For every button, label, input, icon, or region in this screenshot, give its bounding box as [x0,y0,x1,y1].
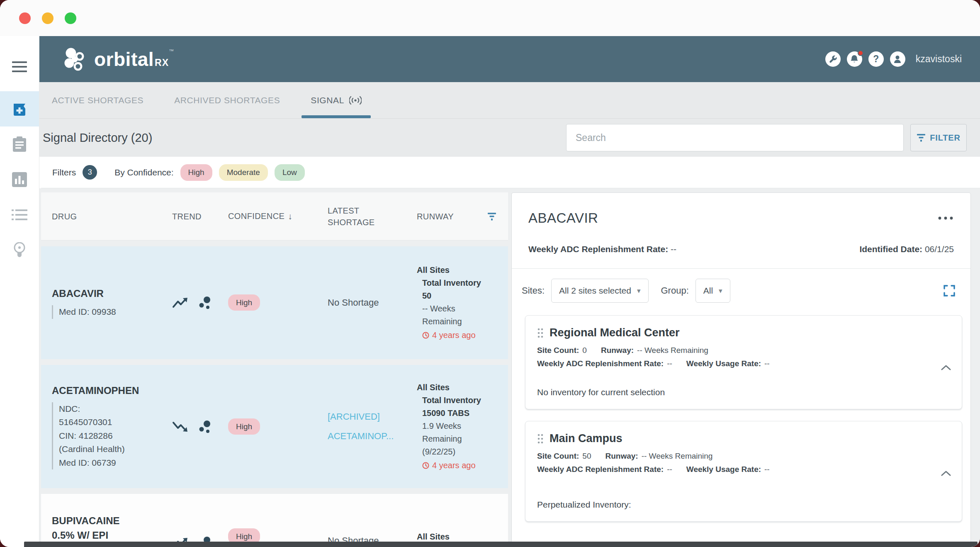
filter-button-label: FILTER [930,133,960,143]
confidence-badge: High [228,418,260,435]
collapse-card-button[interactable] [941,470,951,478]
hamburger-menu-icon[interactable] [12,51,27,82]
filter-pill-low[interactable]: Low [275,164,305,181]
drag-handle-icon[interactable] [537,328,544,338]
column-header-runway[interactable]: RUNWAY [417,211,487,222]
bottom-scrollbar[interactable] [24,542,978,547]
tab-signal[interactable]: SIGNAL [311,82,362,118]
by-confidence-label: By Confidence: [114,168,173,177]
drug-details: NDC: 51645070301 CIN: 4128286 (Cardinal … [52,402,172,470]
site-runway: Runway:-- Weeks Remaining [605,452,713,461]
archived-shortage-link[interactable]: [ARCHIVED] ACETAMINOP... [328,407,417,445]
help-button[interactable]: ? [868,51,884,67]
drug-details: Med ID: 09938 [52,305,172,319]
site-selection-row: Sites: All 2 sites selected▾ Group: All▾ [512,269,970,313]
drug-name: ACETAMINOPHEN [52,384,172,398]
runway-cell: All Sites Total Inventory 15090 TABS 1.9… [417,370,487,483]
list-icon [12,209,27,221]
notification-badge [858,50,863,56]
logo-trademark: ™ [169,48,174,54]
trend-cell [172,295,228,310]
settings-button[interactable] [825,51,841,67]
group-dropdown[interactable]: All▾ [695,279,730,303]
site-card-regional-medical-center: Regional Medical Center Site Count:0 Run… [525,315,962,409]
table-row-acetaminophen[interactable]: ACETAMINOPHEN NDC: 51645070301 CIN: 4128… [41,365,508,488]
tab-archived-shortages[interactable]: ARCHIVED SHORTAGES [174,82,280,118]
chevron-down-icon: ▾ [719,287,722,295]
orbitalrx-logo-icon [61,46,88,73]
sidebar-item-insights[interactable] [0,232,39,267]
drag-handle-icon[interactable] [537,433,544,444]
sidebar-item-list[interactable] [0,197,39,232]
chevron-up-icon [941,365,951,370]
bar-chart-icon [12,172,27,187]
table-row-abacavir[interactable]: ABACAVIR Med ID: 09938 High No Shortage [41,246,508,359]
sidebar-item-medication[interactable] [0,91,39,126]
clock-icon [422,462,429,469]
shortage-age: 4 years ago [422,329,487,342]
page-heading-row: Signal Directory (20) FILTER [39,119,980,157]
more-options-button[interactable] [937,216,954,220]
scatter-dots-icon[interactable] [199,419,212,434]
filter-pill-moderate[interactable]: Moderate [219,164,268,181]
tab-active-shortages[interactable]: ACTIVE SHORTAGES [52,82,143,118]
notifications-button[interactable] [847,51,862,67]
logo-rx: RX [155,57,169,68]
account-button[interactable] [890,51,905,67]
medication-icon [12,101,27,117]
tab-bar: ACTIVE SHORTAGES ARCHIVED SHORTAGES SIGN… [39,82,980,119]
sites-dropdown[interactable]: All 2 sites selected▾ [551,279,648,303]
collapse-card-button[interactable] [941,365,951,372]
app-window: orbitalRX™ ? [0,0,980,547]
column-header-confidence[interactable]: CONFIDENCE ↓ [228,210,328,222]
sidebar-item-analytics[interactable] [0,162,39,197]
page-title: Signal Directory (20) [43,131,152,145]
sidebar-item-clipboard[interactable] [0,126,39,162]
confidence-cell: High [228,422,328,431]
funnel-icon [917,134,926,142]
orbitalrx-logo: orbitalRX™ [61,46,174,73]
column-filter-button[interactable] [487,212,508,221]
logo-wordmark: orbital [94,49,154,70]
filter-button[interactable]: FILTER [910,124,967,151]
identified-date: Identified Date: 06/1/25 [859,244,954,254]
runway-cell: All Sites Total Inventory 50 -- Weeks Re… [417,253,487,353]
signal-table: DRUG TREND CONFIDENCE ↓ LATEST SHORTAGE … [41,192,508,547]
site-count: Site Count:50 [537,452,591,461]
trend-up-icon[interactable] [172,296,190,309]
clock-icon [422,332,429,339]
funnel-icon [487,212,496,221]
column-header-latest-shortage[interactable]: LATEST SHORTAGE [328,205,382,228]
site-card-message: Perpetualized Inventory: [537,500,933,510]
site-card-title: Main Campus [550,432,623,445]
drug-name: ABACAVIR [52,287,172,301]
app-header: orbitalRX™ ? [39,36,980,82]
site-card-message: No inventory for current selection [537,387,933,397]
close-window-button[interactable] [19,12,31,24]
search-input[interactable] [566,124,904,151]
table-row-bupivacaine[interactable]: BUPIVACAINE 0.5% W/ EPI 1:200,000 High N… [41,494,508,547]
confidence-badge: High [228,294,260,311]
site-count: Site Count:0 [537,346,587,355]
drug-cell: ABACAVIR Med ID: 09938 [52,287,172,318]
expand-fullscreen-button[interactable] [943,284,956,297]
site-usage-rate: Weekly Usage Rate:-- [686,359,770,368]
filters-label: Filters [52,168,76,177]
confidence-cell: High [228,532,328,541]
latest-shortage-cell: No Shortage [328,297,417,308]
column-header-trend[interactable]: TREND [172,211,228,222]
site-usage-rate: Weekly Usage Rate:-- [686,465,770,474]
site-adc-rate: Weekly ADC Replenishment Rate:-- [537,465,672,474]
maximize-window-button[interactable] [65,12,76,24]
chevron-down-icon: ▾ [637,287,641,295]
drug-detail-panel: ABACAVIR Weekly ADC Replenishment Rate: … [511,192,971,547]
scatter-dots-icon[interactable] [199,295,212,310]
trend-down-icon[interactable] [172,420,190,433]
minimize-window-button[interactable] [42,12,53,24]
group-label: Group: [661,285,689,296]
column-header-drug[interactable]: DRUG [52,211,172,222]
clipboard-icon [12,136,27,152]
chevron-up-icon [941,470,951,476]
sort-descending-icon[interactable]: ↓ [288,210,292,222]
filter-pill-high[interactable]: High [180,164,212,181]
